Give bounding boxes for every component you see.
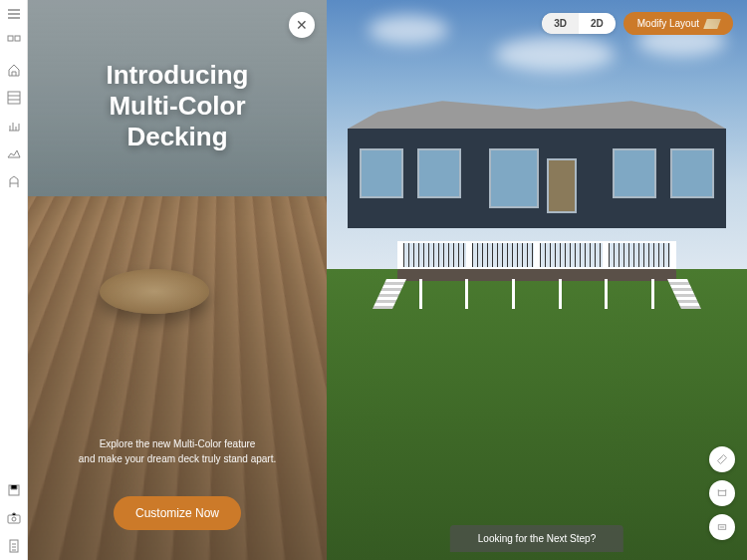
house-window — [489, 148, 539, 208]
view-mode-toggle: 3D 2D — [542, 13, 616, 34]
house-window — [670, 148, 714, 198]
house-window — [360, 148, 403, 198]
promo-panel: ✕ Introducing Multi-Color Decking Explor… — [28, 0, 327, 560]
structure-tool[interactable] — [0, 167, 28, 195]
deck-icon — [703, 19, 721, 29]
layers-icon — [6, 34, 22, 50]
svg-rect-1 — [15, 36, 20, 41]
house-window — [417, 148, 461, 198]
menu-button[interactable] — [0, 0, 28, 28]
house-roof — [348, 101, 726, 129]
promo-title-line: Decking — [107, 122, 249, 152]
ruler-icon — [716, 453, 728, 465]
design-tool[interactable] — [0, 56, 28, 84]
svg-rect-0 — [8, 36, 13, 41]
customize-now-button[interactable]: Customize Now — [114, 496, 241, 530]
list-button[interactable] — [0, 532, 28, 560]
cloud — [369, 15, 448, 45]
house-door — [547, 158, 577, 213]
deck-railings — [397, 241, 676, 269]
hamburger-icon — [6, 6, 22, 22]
promo-body: Explore the new Multi-Color feature and … — [79, 436, 276, 466]
terrain-tool[interactable] — [0, 140, 28, 167]
house-window — [613, 148, 656, 198]
design-viewport[interactable]: 3D 2D Modify Layout Looking for the Next… — [327, 0, 747, 560]
dimensions-icon — [716, 487, 728, 499]
promo-title-line: Multi-Color — [107, 91, 249, 122]
house-body — [348, 129, 726, 228]
dimension-toggle-button[interactable] — [709, 480, 735, 506]
modify-layout-label: Modify Layout — [637, 18, 699, 29]
camera-button[interactable] — [0, 504, 28, 532]
promo-title-line: Introducing — [107, 60, 249, 91]
promo-body-line: Explore the new Multi-Color feature — [79, 436, 276, 451]
save-icon — [6, 482, 22, 498]
viewport-right-controls — [709, 446, 735, 540]
next-step-prompt[interactable]: Looking for the Next Step? — [450, 525, 623, 552]
clipboard-icon — [6, 538, 22, 554]
house-model — [348, 101, 726, 228]
grass-terrain — [327, 269, 747, 560]
structure-icon — [6, 173, 22, 189]
promo-title: Introducing Multi-Color Decking — [107, 60, 249, 153]
camera-icon — [6, 510, 22, 526]
view-3d-button[interactable]: 3D — [542, 13, 579, 34]
left-toolbar — [0, 0, 28, 560]
label-toggle-button[interactable] — [709, 514, 735, 540]
svg-rect-2 — [8, 92, 20, 104]
materials-tool[interactable] — [0, 112, 28, 140]
deck-model — [397, 269, 676, 281]
measure-button[interactable] — [709, 446, 735, 472]
view-2d-button[interactable]: 2D — [579, 13, 616, 34]
svg-rect-4 — [8, 515, 20, 523]
chart-icon — [6, 118, 22, 134]
viewport-top-controls: 3D 2D Modify Layout — [542, 12, 733, 35]
terrain-icon — [6, 145, 22, 161]
svg-point-5 — [12, 517, 16, 521]
grid-icon — [6, 90, 22, 106]
layers-tool[interactable] — [0, 28, 28, 56]
svg-rect-7 — [718, 491, 726, 496]
deck-supports — [397, 279, 676, 309]
promo-body-line: and make your dream deck truly stand apa… — [79, 451, 276, 466]
modify-layout-button[interactable]: Modify Layout — [623, 12, 733, 35]
save-button[interactable] — [0, 476, 28, 504]
label-icon — [716, 521, 728, 533]
grid-tool[interactable] — [0, 84, 28, 112]
cloud — [495, 37, 615, 72]
house-icon — [6, 62, 22, 78]
